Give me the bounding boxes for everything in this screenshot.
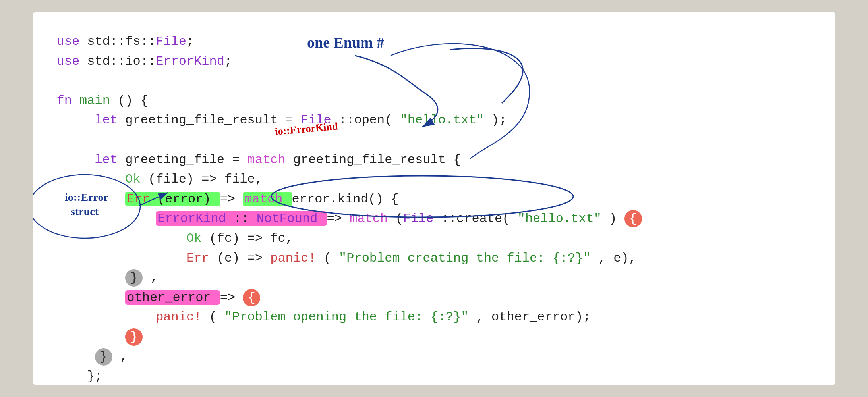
brace-close-gray: } [125,269,143,287]
code-line-2: use std::io::ErrorKind; [57,52,812,71]
code-line-5: let greeting_file_result = File ::open( … [57,110,812,130]
code-line-15: panic! ( "Problem opening the file: {:?}… [57,307,812,327]
code-line-6 [57,130,812,150]
code-line-11: Ok (fc) => fc, [57,229,812,249]
code-line-9: Err (error) => match error.kind() { [57,189,812,209]
code-line-7: let greeting_file = match greeting_file_… [57,150,812,170]
code-line-18: }; [57,366,812,385]
code-line-1: use std::fs::File; [57,32,812,52]
code-line-4: fn main () { [57,91,812,111]
code-block: use std::fs::File; use std::io::ErrorKin… [57,32,812,385]
highlight-match: match [243,192,292,206]
brace-open-pink: { [243,289,260,306]
code-line-8: Ok (file) => file, [57,170,812,189]
highlight-err-error: Err (error) [125,192,220,206]
brace-close-gray-2: } [95,348,112,366]
code-line-3 [57,71,812,91]
code-line-16: } [57,327,812,347]
code-line-17: } , [57,347,812,367]
keyword-use: use [57,34,80,49]
highlight-other-error: other_error [125,290,220,305]
code-line-14: other_error => { [57,288,812,308]
highlight-errorkind-notfound: ErrorKind :: NotFound [156,211,327,226]
code-container: use std::fs::File; use std::io::ErrorKin… [33,12,835,385]
brace-open-circle-red: { [624,210,642,227]
code-line-10: ErrorKind :: NotFound => match (File ::c… [57,209,812,229]
code-line-12: Err (e) => panic! ( "Problem creating th… [57,249,812,268]
code-line-13: } , [57,268,812,288]
brace-close-red: } [125,328,143,346]
